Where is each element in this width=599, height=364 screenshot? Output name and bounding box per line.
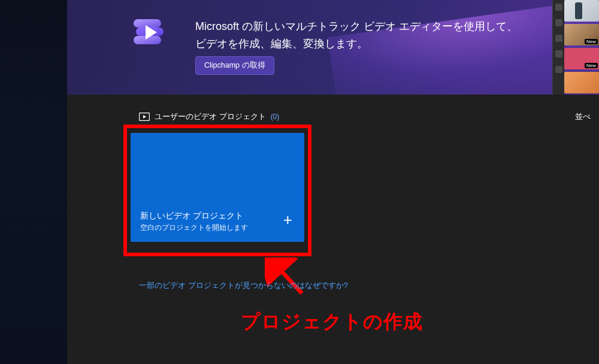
projects-section-title: ユーザーのビデオ プロジェクト	[155, 111, 266, 122]
new-video-project-tile[interactable]: 新しいビデオ プロジェクト 空白のプロジェクトを開始します +	[131, 133, 304, 242]
clipchamp-promo-banner: Microsoft の新しいマルチトラック ビデオ エディターを使用して、ビデオ…	[67, 0, 599, 95]
rail-icon[interactable]	[555, 19, 562, 26]
annotation-caption: プロジェクトの作成	[241, 309, 423, 335]
thumbnail[interactable]: New	[564, 24, 599, 46]
thumbnail-badge: New	[585, 63, 598, 68]
main-area: Microsoft の新しいマルチトラック ビデオ エディターを使用して、ビデオ…	[67, 0, 599, 364]
clipchamp-icon	[132, 14, 167, 49]
get-clipchamp-button[interactable]: Clipchamp の取得	[195, 56, 274, 75]
thumbnail-badge: New	[585, 39, 598, 44]
tile-subtitle: 空白のプロジェクトを開始します	[140, 223, 248, 232]
missing-projects-help-link[interactable]: 一部のビデオ プロジェクトが見つからないのはなぜですか?	[139, 280, 348, 291]
tile-title: 新しいビデオ プロジェクト	[140, 211, 243, 222]
thumbnail[interactable]: New	[564, 48, 599, 69]
promo-headline: Microsoft の新しいマルチトラック ビデオ エディターを使用して、ビデオ…	[195, 18, 521, 53]
annotation-arrow	[265, 257, 313, 299]
rail-icon[interactable]	[555, 66, 562, 73]
plus-icon: +	[283, 212, 292, 228]
thumbnail-sidebar: New New	[552, 0, 599, 95]
sort-dropdown[interactable]: 並べ	[575, 111, 591, 122]
rail-icon[interactable]	[555, 50, 562, 57]
video-project-icon	[139, 113, 150, 121]
thumbnail[interactable]	[564, 0, 599, 22]
left-gutter	[0, 0, 67, 364]
projects-section-header: ユーザーのビデオ プロジェクト (0) 並べ	[139, 111, 591, 122]
rail-icon[interactable]	[555, 35, 562, 42]
thumbnail-rail	[552, 0, 564, 95]
thumbnail[interactable]	[564, 72, 599, 93]
app-root: Microsoft の新しいマルチトラック ビデオ エディターを使用して、ビデオ…	[0, 0, 599, 364]
projects-count-link[interactable]: (0)	[271, 113, 280, 121]
rail-icon[interactable]	[555, 4, 562, 11]
svg-marker-5	[143, 115, 146, 119]
